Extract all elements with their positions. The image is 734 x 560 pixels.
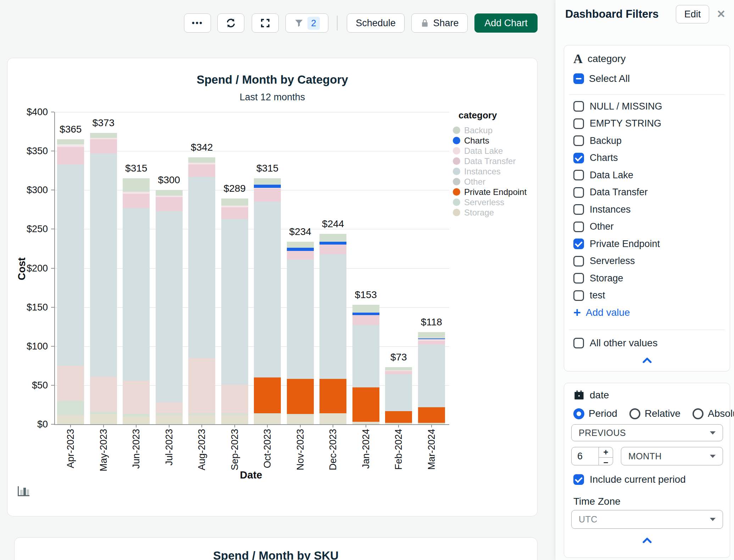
filter-value-row[interactable]: Serverless (564, 253, 730, 270)
bar-segment-backup[interactable] (352, 305, 379, 313)
date-mode-radio[interactable] (629, 408, 640, 419)
filter-value-row[interactable]: Data Lake (564, 167, 730, 184)
bar-segment-data-lake[interactable] (123, 192, 150, 194)
bar-segment-private-endpoint[interactable] (385, 411, 412, 423)
bar-segment-serverless[interactable] (221, 413, 248, 415)
bar-segment-data-lake[interactable] (188, 163, 215, 164)
filter-value-row[interactable]: Storage (564, 270, 730, 287)
bar-segment-instances[interactable] (90, 153, 117, 377)
bar-segment-instances[interactable] (188, 177, 215, 358)
filter-value-checkbox[interactable] (573, 187, 584, 198)
bar-segment-data-transfer[interactable] (156, 197, 183, 211)
bar-segment-data-transfer[interactable] (319, 245, 346, 254)
bar-segment-serverless[interactable] (57, 401, 84, 415)
bar-segment-data-transfer[interactable] (385, 371, 412, 374)
filter-value-checkbox[interactable] (573, 101, 584, 112)
period-unit-select[interactable]: MONTH (621, 447, 723, 465)
increment-button[interactable]: + (599, 447, 613, 458)
filters-button[interactable]: 2 (285, 13, 328, 33)
bar-segment-other[interactable] (221, 385, 248, 413)
filter-value-checkbox[interactable] (573, 118, 584, 129)
filter-value-checkbox[interactable] (573, 273, 584, 284)
bar-segment-other[interactable] (90, 377, 117, 412)
legend-item[interactable]: Serverless (453, 197, 536, 207)
bar-segment-backup[interactable] (57, 139, 84, 145)
bar-segment-storage[interactable] (254, 414, 281, 424)
bar-segment-instances[interactable] (221, 219, 248, 385)
bar-segment-data-transfer[interactable] (352, 315, 379, 325)
filter-value-row[interactable]: Other (564, 218, 730, 236)
legend-item[interactable]: Charts (453, 135, 536, 146)
period-amount-stepper[interactable]: 6 + − (571, 447, 613, 465)
bar-segment-data-lake[interactable] (156, 196, 183, 197)
bar-segment-data-transfer[interactable] (287, 251, 314, 259)
timezone-select[interactable]: UTC (571, 510, 723, 529)
refresh-button[interactable] (217, 13, 244, 33)
legend-item[interactable]: Instances (453, 166, 536, 177)
bar-segment-serverless[interactable] (254, 413, 281, 414)
filter-value-row[interactable]: NULL / MISSING (564, 98, 730, 115)
bar-segment-data-lake[interactable] (385, 370, 412, 371)
filter-value-checkbox[interactable] (573, 170, 584, 180)
legend-item[interactable]: Data Transfer (453, 156, 536, 166)
more-options-button[interactable]: ••• (184, 13, 211, 33)
bar-segment-other[interactable] (123, 381, 150, 414)
bar-segment-charts[interactable] (418, 338, 445, 339)
schedule-button[interactable]: Schedule (347, 13, 405, 33)
bar-segment-instances[interactable] (319, 254, 346, 379)
bar-segment-other[interactable] (57, 366, 84, 401)
filter-value-row[interactable]: Backup (564, 132, 730, 150)
bar-segment-backup[interactable] (156, 190, 183, 195)
bar-segment-storage[interactable] (123, 416, 150, 424)
add-chart-button[interactable]: Add Chart (474, 13, 538, 33)
filter-value-checkbox[interactable] (573, 239, 584, 249)
bar-segment-backup[interactable] (123, 178, 150, 191)
bar-segment-other[interactable] (156, 402, 183, 413)
bar-segment-serverless[interactable] (188, 413, 215, 415)
filter-value-row[interactable]: Instances (564, 201, 730, 218)
bar-segment-data-lake[interactable] (418, 339, 445, 341)
include-current-period-checkbox[interactable] (573, 474, 584, 485)
bar-segment-storage[interactable] (188, 415, 215, 424)
bar-segment-charts[interactable] (254, 185, 281, 188)
bar-segment-private-endpoint[interactable] (287, 379, 314, 414)
filter-value-checkbox[interactable] (573, 222, 584, 232)
bar-segment-backup[interactable] (319, 234, 346, 242)
legend-item[interactable]: Backup (453, 125, 536, 135)
legend-item[interactable]: Storage (453, 207, 536, 218)
all-other-values-row[interactable]: All other values (564, 335, 730, 352)
include-current-period-row[interactable]: Include current period (564, 471, 730, 488)
bar-segment-data-lake[interactable] (90, 138, 117, 139)
legend-item[interactable]: Data Lake (453, 146, 536, 156)
filter-value-row[interactable]: Private Endpoint (564, 235, 730, 253)
chart-type-icon[interactable] (17, 485, 30, 499)
bar-segment-backup[interactable] (188, 157, 215, 163)
bar-segment-serverless[interactable] (123, 414, 150, 416)
date-mode-radio[interactable] (573, 408, 584, 419)
bar-segment-instances[interactable] (254, 202, 281, 377)
bar-segment-private-endpoint[interactable] (418, 407, 445, 423)
bar-segment-data-lake[interactable] (254, 188, 281, 189)
bar-segment-storage[interactable] (221, 415, 248, 424)
bar-segment-other[interactable] (188, 358, 215, 413)
bar-segment-data-transfer[interactable] (418, 341, 445, 345)
date-mode-option[interactable]: Absolute (693, 408, 734, 419)
filter-value-row[interactable]: test (564, 287, 730, 304)
bar-segment-storage[interactable] (287, 415, 314, 424)
bar-segment-data-lake[interactable] (221, 206, 248, 207)
collapse-category-filter-chevron[interactable] (641, 355, 653, 366)
date-mode-option[interactable]: Relative (629, 408, 680, 419)
bar-segment-storage[interactable] (156, 415, 183, 424)
collapse-date-filter-chevron[interactable] (641, 536, 653, 546)
bar-segment-data-transfer[interactable] (254, 189, 281, 202)
bar-segment-backup[interactable] (90, 133, 117, 138)
bar-segment-charts[interactable] (287, 248, 314, 251)
filter-value-checkbox[interactable] (573, 256, 584, 267)
filter-value-row[interactable]: Charts (564, 150, 730, 167)
date-mode-option[interactable]: Period (573, 408, 617, 419)
bar-segment-instances[interactable] (418, 345, 445, 407)
period-operator-select[interactable]: PREVIOUS (571, 424, 723, 441)
bar-segment-data-transfer[interactable] (221, 207, 248, 219)
date-mode-radio[interactable] (693, 408, 704, 419)
bar-segment-storage[interactable] (319, 413, 346, 424)
